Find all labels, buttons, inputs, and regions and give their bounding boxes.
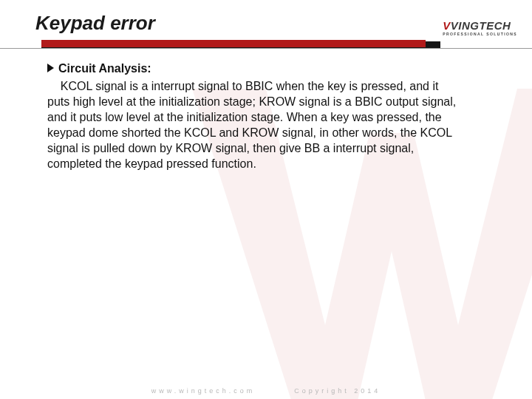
brand-name: VVINGTECH xyxy=(443,19,517,32)
chevron-icon xyxy=(47,64,54,72)
bullet-heading: Circuit Analysis: xyxy=(58,61,151,77)
brand-logo: VVINGTECH PROFESSIONAL SOLUTIONS xyxy=(443,19,517,36)
body: Circuit Analysis: KCOL signal is a inter… xyxy=(47,61,461,171)
bar-red xyxy=(41,40,426,47)
footer-url: www.wingtech.com xyxy=(151,387,256,395)
bar-grey-line xyxy=(0,48,532,49)
brand-rest: VINGTECH xyxy=(451,19,511,32)
brand-tagline: PROFESSIONAL SOLUTIONS xyxy=(443,32,517,36)
body-paragraph: KCOL signal is a interrupt signal to BBI… xyxy=(47,78,461,172)
title-underline xyxy=(0,40,532,49)
brand-prefix: V xyxy=(443,19,451,32)
page-title: Keypad error xyxy=(35,12,155,35)
slide-root: Keypad error VVINGTECH PROFESSIONAL SOLU… xyxy=(0,0,532,399)
footer-copyright: Copyright 2014 xyxy=(294,387,381,395)
bullet-heading-row: Circuit Analysis: xyxy=(47,61,461,77)
footer: www.wingtech.com Copyright 2014 xyxy=(0,387,532,395)
